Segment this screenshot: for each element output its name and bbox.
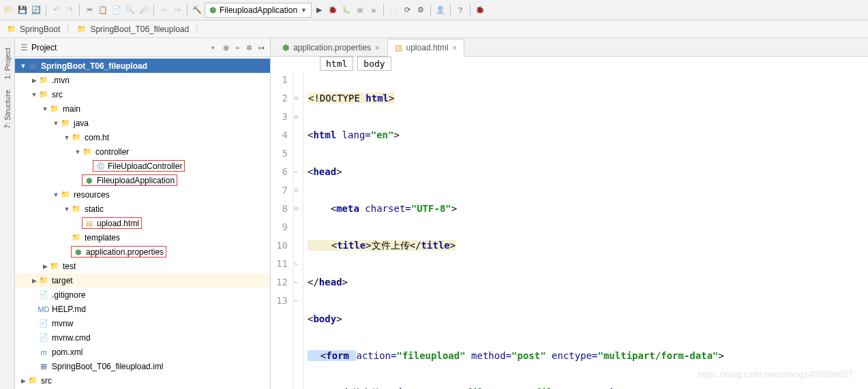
- save-icon[interactable]: 💾: [16, 4, 29, 16]
- tree-item[interactable]: ▼📁java: [15, 116, 270, 130]
- back-icon[interactable]: ⇦: [158, 4, 170, 16]
- twist-icon[interactable]: ▼: [19, 63, 27, 69]
- project-title-label: Project: [31, 43, 57, 52]
- html-icon: ▤: [395, 43, 402, 52]
- fold-icon[interactable]: ⌙: [295, 273, 298, 292]
- tree-item[interactable]: ▼📁resources: [15, 187, 270, 202]
- file-icon: 📄: [38, 333, 49, 342]
- path-segment[interactable]: html: [320, 57, 353, 71]
- settings-icon[interactable]: ⚙: [415, 4, 427, 16]
- redo-icon[interactable]: ↷: [63, 4, 76, 16]
- left-gutter-tabs: 1: Project 7: Structure: [0, 38, 15, 389]
- tree-item[interactable]: ▼📁src: [15, 87, 270, 102]
- code-tok: title: [421, 240, 450, 251]
- open-icon[interactable]: 📂: [3, 4, 15, 16]
- reload-icon[interactable]: 🔄: [30, 4, 42, 16]
- replace-icon[interactable]: 🔎: [138, 4, 150, 16]
- breadcrumb-root[interactable]: 📁 SpringBoot: [4, 23, 65, 35]
- tree-label: SpringBoot_T06_fileupload: [41, 61, 147, 71]
- run-config-label: FileuploadApplication: [220, 5, 297, 15]
- fold-icon[interactable]: ⌙: [295, 255, 298, 273]
- tree-item-file[interactable]: ⬢application.properties: [15, 245, 270, 259]
- undo-icon[interactable]: ↶: [50, 4, 62, 16]
- vcs-icon[interactable]: ⬚: [387, 4, 400, 16]
- editor-tab[interactable]: ⬢ application.properties ×: [275, 38, 387, 56]
- code-tok: method=: [466, 350, 511, 361]
- tree-item-file[interactable]: 📄mvnw.cmd: [15, 330, 270, 345]
- stop-icon[interactable]: ■: [368, 4, 380, 16]
- tree-item[interactable]: ▼📁com.ht: [15, 130, 270, 144]
- tree-item[interactable]: ▶📁target: [15, 273, 270, 287]
- user-icon[interactable]: 👤: [434, 4, 447, 16]
- twist-icon[interactable]: ▼: [63, 206, 71, 213]
- twist-icon[interactable]: ▼: [52, 120, 60, 127]
- tree-item-file[interactable]: ▤upload.html: [15, 216, 270, 230]
- gear-icon[interactable]: ✲: [246, 44, 252, 52]
- coverage-icon[interactable]: 🐛: [340, 4, 353, 16]
- run-config-dropdown[interactable]: ⬢ FileuploadApplication ▼: [205, 3, 312, 18]
- editor-path-bar: html body: [271, 57, 868, 71]
- twist-icon[interactable]: ▶: [41, 263, 49, 270]
- twist-icon[interactable]: ▶: [30, 277, 38, 284]
- path-segment[interactable]: body: [357, 57, 391, 71]
- code-tok: >: [336, 166, 342, 177]
- expand-icon[interactable]: ÷: [235, 44, 239, 52]
- close-icon[interactable]: ×: [375, 44, 379, 52]
- fold-icon[interactable]: ⊟: [295, 108, 298, 126]
- hide-icon[interactable]: ↦: [258, 44, 265, 52]
- tree-item[interactable]: ▶📁test: [15, 259, 270, 273]
- code-body[interactable]: <!DOCTYPE html> <html lang="en"> <head> …: [303, 71, 868, 389]
- debug-icon[interactable]: 🐞: [327, 4, 339, 16]
- fold-icon[interactable]: ⊟: [295, 200, 298, 218]
- code-tok: meta: [336, 203, 365, 214]
- cut-icon[interactable]: ✂: [83, 4, 95, 16]
- maven-icon: m: [38, 348, 49, 356]
- tree-root[interactable]: ▼ ▦ SpringBoot_T06_fileupload: [15, 59, 270, 73]
- project-tree[interactable]: ▼ ▦ SpringBoot_T06_fileupload ▶📁.mvn ▼📁s…: [15, 57, 270, 389]
- tree-item[interactable]: 📁templates: [15, 230, 270, 245]
- build-icon[interactable]: 🔨: [191, 4, 203, 16]
- tree-item[interactable]: ▶📁.mvn: [15, 73, 270, 87]
- twist-icon[interactable]: ▼: [52, 191, 60, 198]
- twist-icon[interactable]: ▼: [30, 91, 38, 98]
- fold-icon[interactable]: ⌙: [295, 292, 298, 310]
- help-icon[interactable]: ?: [454, 4, 466, 16]
- fold-icon[interactable]: ⌙: [295, 163, 298, 181]
- code-tok: >文件上传</: [365, 240, 421, 251]
- tree-item-file[interactable]: 📄mvnw: [15, 316, 270, 330]
- tree-item-file[interactable]: ▦SpringBoot_T06_fileupload.iml: [15, 359, 270, 373]
- tree-item-class[interactable]: ⬢FileuploadApplication: [15, 173, 270, 187]
- twist-icon[interactable]: ▶: [30, 77, 38, 84]
- side-tab-project[interactable]: 1: Project: [2, 42, 13, 84]
- find-icon[interactable]: 🔍: [124, 4, 136, 16]
- tree-label: FileUploadController: [108, 161, 182, 171]
- tree-item[interactable]: ▶📁src: [15, 373, 270, 388]
- twist-icon[interactable]: ▶: [19, 377, 27, 384]
- collapse-icon[interactable]: ⊕: [223, 44, 229, 52]
- tree-item-class[interactable]: ⒸFileUploadController: [15, 159, 270, 173]
- close-icon[interactable]: ×: [453, 44, 457, 52]
- paste-icon[interactable]: 📄: [110, 4, 123, 16]
- project-panel-title[interactable]: ☰ Project ▾: [20, 43, 215, 52]
- twist-icon[interactable]: ▼: [74, 149, 82, 155]
- tree-item-file[interactable]: 📄.gitignore: [15, 287, 270, 302]
- run-icon[interactable]: ▶: [313, 4, 325, 16]
- profile-icon[interactable]: ▣: [354, 4, 366, 16]
- tree-item[interactable]: ▼📁static: [15, 202, 270, 216]
- editor-tab-active[interactable]: ▤ upload.html ×: [387, 39, 464, 57]
- forward-icon[interactable]: ⇨: [171, 4, 183, 16]
- tree-item[interactable]: ▼📁main: [15, 102, 270, 116]
- fold-icon[interactable]: ⊟: [295, 181, 298, 200]
- twist-icon[interactable]: ▼: [41, 106, 49, 112]
- tree-item-file[interactable]: MDHELP.md: [15, 302, 270, 316]
- debug-tool-icon[interactable]: 🐞: [474, 4, 486, 16]
- copy-icon[interactable]: 📋: [97, 4, 109, 16]
- tree-item-file[interactable]: mpom.xml: [15, 345, 270, 359]
- breadcrumb-module[interactable]: 📁 SpringBoot_T06_fileupload: [74, 23, 194, 35]
- tree-item[interactable]: ▼📁controller: [15, 144, 270, 159]
- update-icon[interactable]: ⟳: [401, 4, 413, 16]
- side-tab-structure[interactable]: 7: Structure: [2, 84, 13, 134]
- twist-icon[interactable]: ▼: [63, 134, 71, 141]
- fold-icon[interactable]: ⊟: [295, 89, 298, 108]
- code-editor[interactable]: 1 2 3 4 5 6 7 8 9 10 11 12 13 ⊟ ⊟ ⌙ ⊟ ⊟ …: [271, 71, 868, 389]
